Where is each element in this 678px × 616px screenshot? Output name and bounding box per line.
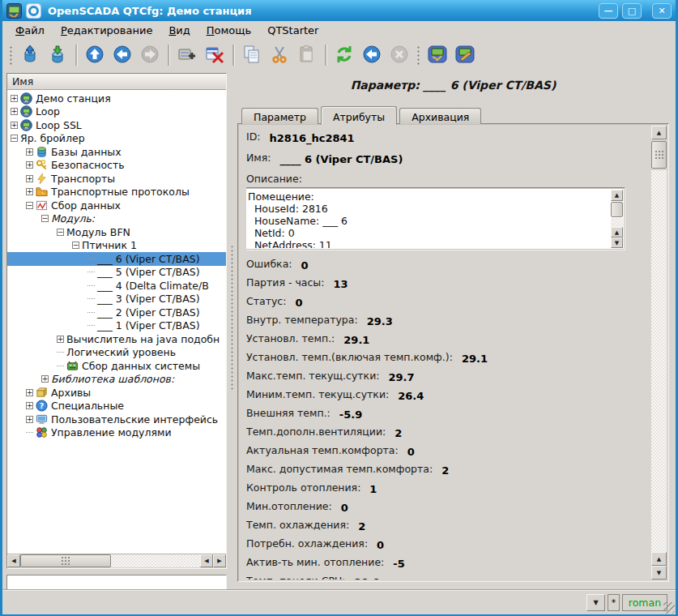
tree-horizontal-scrollbar[interactable]: ◀ ◀ ▶	[7, 554, 226, 568]
scroll-left-button-2[interactable]: ◀	[200, 554, 213, 567]
tree-row[interactable]: −Сбор данных	[7, 199, 226, 212]
title-bar[interactable]: OpenSCADA QTCfg: Демо станция — □ ✕	[2, 0, 676, 21]
scroll-up-button-2[interactable]: ▲	[611, 227, 623, 237]
tree-row[interactable]: −Модуль:	[7, 212, 226, 226]
reload-button[interactable]	[360, 43, 384, 67]
tree-row[interactable]: ___ 3 (Viper CT/BAS)	[7, 293, 226, 306]
expand-icon[interactable]: +	[26, 148, 33, 156]
collapse-icon[interactable]: −	[26, 202, 33, 209]
status-bar: ▼ * roman	[2, 590, 676, 614]
tree-row[interactable]: +Библиотека шаблонов:	[7, 373, 226, 387]
tree-row[interactable]: ___ 1 (Viper CT/BAS)	[7, 319, 226, 333]
tree-row[interactable]: −Модуль BFN	[7, 225, 226, 239]
tree-item-label: Транспортные протоколы	[51, 186, 190, 198]
modified-indicator[interactable]: *	[608, 594, 620, 611]
tree-row[interactable]: ___ 6 (Viper CT/BAS)	[7, 252, 226, 266]
tree-row[interactable]: Сбор данных системы	[7, 359, 226, 373]
tree-row[interactable]: +Транспортные протоколы	[7, 186, 226, 199]
scrollbar-trough[interactable]	[651, 170, 667, 552]
expand-icon[interactable]: +	[11, 95, 18, 102]
tree-row[interactable]: ___ 2 (Viper CT/BAS)	[7, 306, 226, 319]
toolbar-handle[interactable]	[8, 45, 14, 66]
menu-item-файл[interactable]: Файл	[7, 23, 53, 38]
qtstarter-vision-button[interactable]	[453, 43, 477, 67]
menu-item-редактирование[interactable]: Редактирование	[53, 23, 160, 38]
tree-column-header[interactable]: Имя	[7, 74, 226, 90]
scroll-down-button[interactable]: ▼	[611, 237, 623, 248]
expand-icon[interactable]: +	[57, 336, 64, 343]
expand-icon[interactable]: +	[26, 402, 33, 409]
scrollbar-trough[interactable]	[611, 218, 623, 227]
menu-item-qtstarter[interactable]: QTStarter	[259, 23, 326, 38]
scrollbar-trough[interactable]	[111, 554, 200, 567]
load-from-db-button[interactable]	[18, 43, 42, 67]
tree-row[interactable]: Логический уровень	[7, 346, 226, 360]
menu-item-помощь[interactable]: Помощь	[198, 23, 259, 38]
go-back-button[interactable]	[110, 43, 134, 67]
tree-row[interactable]: +Безопасность	[7, 159, 226, 173]
attribute-value: 29.1	[343, 334, 369, 346]
maximize-button[interactable]: □	[622, 3, 642, 19]
scrollbar-thumb[interactable]	[651, 141, 667, 169]
tree-row[interactable]: +Вычислитель на java подобн	[7, 332, 226, 346]
tree-row[interactable]: +?Специальные	[7, 400, 226, 413]
close-button[interactable]: ✕	[652, 3, 672, 19]
tree-row[interactable]: +Архивы	[7, 386, 226, 400]
tree-row[interactable]: ___ 4 (Delta Climate/B	[7, 279, 226, 293]
add-item-button[interactable]	[175, 43, 199, 67]
toolbar-handle[interactable]	[416, 45, 421, 66]
scrollbar-thumb[interactable]	[611, 202, 623, 217]
tree-row[interactable]: −Птичник 1	[7, 239, 226, 253]
status-combo-button[interactable]: ▼	[586, 594, 605, 611]
attribute-value: 0	[341, 502, 348, 514]
tree-row[interactable]: +Базы данных	[7, 145, 226, 159]
tab-параметр[interactable]: Параметр	[241, 108, 318, 124]
expand-icon[interactable]: +	[26, 161, 33, 169]
description-textarea[interactable]: Помещение: HouseId: 2816 HouseName: ___ …	[246, 187, 625, 250]
expand-icon[interactable]: +	[26, 188, 33, 195]
tree-filter-input[interactable]	[6, 575, 227, 590]
scroll-up-button-2[interactable]: ▲	[651, 552, 667, 566]
expand-icon[interactable]: +	[26, 389, 33, 396]
tree-row[interactable]: +Loop SSL	[7, 118, 226, 132]
collapse-icon[interactable]: −	[72, 242, 79, 249]
tab-архивация[interactable]: Архивация	[399, 108, 481, 124]
expand-icon[interactable]: +	[41, 375, 49, 383]
collapse-icon[interactable]: −	[11, 135, 18, 142]
tab-атрибуты[interactable]: Атрибуты	[321, 106, 397, 125]
tree-row[interactable]: −Яр. бройлер	[7, 132, 226, 146]
tree-row[interactable]: +Транспорты	[7, 172, 226, 186]
menu-item-вид[interactable]: Вид	[160, 23, 198, 38]
tree-row[interactable]: Управление модулями	[7, 426, 226, 440]
scroll-up-button[interactable]: ▲	[651, 126, 667, 139]
expand-icon[interactable]: +	[11, 122, 18, 129]
scroll-up-button[interactable]: ▲	[611, 190, 623, 201]
description-scrollbar[interactable]: ▲ ▲ ▼	[611, 190, 623, 248]
go-up-button[interactable]	[83, 43, 107, 67]
scroll-down-button[interactable]: ▼	[651, 566, 667, 580]
tree-row[interactable]: +Loop	[7, 105, 226, 119]
expand-icon[interactable]: +	[26, 175, 33, 182]
expand-icon[interactable]: +	[11, 108, 18, 115]
cut-item-button[interactable]	[267, 43, 292, 67]
collapse-icon[interactable]: −	[41, 215, 49, 222]
tree-row[interactable]: +Пользовательские интерфейсь	[7, 413, 226, 426]
collapse-icon[interactable]: −	[57, 229, 64, 236]
scroll-left-button[interactable]: ◀	[7, 554, 20, 567]
tree-row[interactable]: +Демо станция	[7, 92, 226, 105]
expand-icon[interactable]: +	[26, 416, 33, 423]
qtstarter-config-button[interactable]	[425, 43, 450, 67]
delete-item-button[interactable]	[203, 43, 227, 67]
minimize-button[interactable]: —	[599, 3, 618, 19]
panel-splitter[interactable]	[229, 71, 235, 590]
attribute-label: Внутр. температура:	[246, 314, 358, 326]
scroll-right-button[interactable]: ▶	[213, 554, 226, 567]
page-vertical-scrollbar[interactable]: ▲ ▲ ▼	[651, 126, 667, 580]
save-to-db-button[interactable]	[45, 43, 70, 67]
scrollbar-thumb[interactable]	[20, 554, 111, 567]
current-user[interactable]: roman	[622, 594, 667, 611]
refresh-button[interactable]	[332, 43, 356, 67]
tree-row[interactable]: ___ 5 (Viper CT/BAS)	[7, 266, 226, 280]
copy-item-button[interactable]	[240, 43, 264, 67]
resize-grip[interactable]	[663, 602, 675, 614]
